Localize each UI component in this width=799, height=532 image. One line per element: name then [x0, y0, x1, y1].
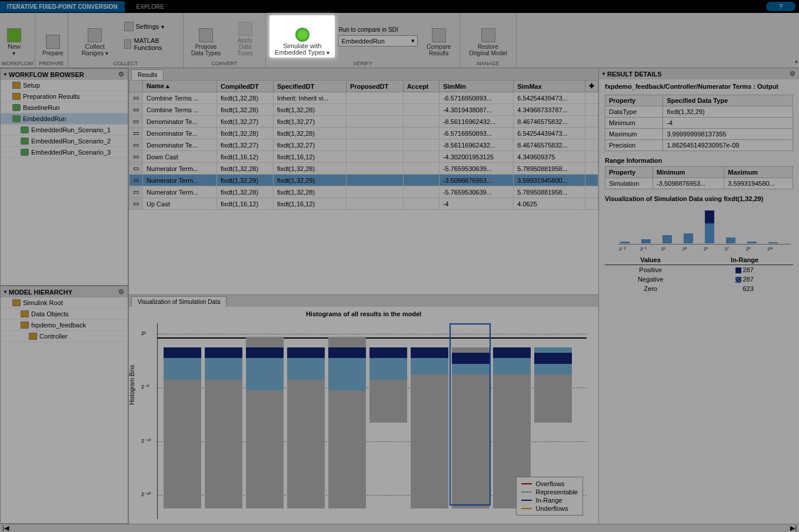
scroll-right-icon[interactable]: ▶|: [790, 524, 797, 532]
propose-data-types-button[interactable]: Propose Data Types: [187, 15, 225, 58]
settings-button[interactable]: Settings ▾: [122, 21, 179, 32]
hierarchy-item[interactable]: fxpdemo_feedback: [1, 320, 128, 331]
restore-icon: [481, 28, 495, 42]
tree-item-icon: [21, 138, 29, 145]
column-header[interactable]: Name ▴: [143, 81, 217, 92]
propose-icon: [199, 28, 213, 42]
tree-item-icon: [21, 126, 29, 133]
ribbon-group-label: WORKFLOW: [0, 60, 35, 68]
table-row[interactable]: ▭Numerator Term...fixdt(1,32,28)fixdt(1,…: [129, 186, 598, 198]
prepare-icon: [46, 35, 60, 49]
fx-icon: [124, 39, 132, 49]
tree-item-icon: [21, 322, 29, 329]
workflow-item[interactable]: EmbeddedRun_Scenario_3: [1, 147, 128, 158]
workflow-item[interactable]: BaselineRun: [1, 102, 128, 113]
app-tabbar: ITERATIVE FIXED-POINT CONVERSION EXPLORE…: [0, 0, 799, 13]
tree-item-icon: [29, 333, 37, 340]
apply-icon: [238, 22, 252, 36]
range-table: PropertyMinimumMaximumSimulation-3.50988…: [605, 166, 793, 189]
range-info-heading: Range Information: [605, 157, 793, 164]
tree-item-icon: [12, 299, 21, 306]
workflow-item[interactable]: EmbeddedRun: [1, 113, 128, 125]
table-row[interactable]: ▭Down Castfixdt(1,16,12)fixdt(1,16,12)-4…: [129, 151, 598, 163]
chart-legend: OverflowsRepresentableIn-RangeUnderflows: [516, 477, 583, 516]
chevron-down-icon[interactable]: ▾: [4, 289, 6, 295]
run-sdi-label: Run to compare in SDI: [338, 26, 418, 33]
column-header[interactable]: CompiledDT: [217, 81, 273, 92]
tree-item-icon: [12, 93, 21, 100]
hierarchy-item[interactable]: Data Objects: [1, 309, 128, 320]
gear-icon[interactable]: ⚙: [790, 70, 795, 78]
result-details-header: ▾ RESULT DETAILS ⚙: [599, 68, 799, 79]
tree-item-icon: [21, 149, 29, 156]
gear-icon[interactable]: ⚙: [118, 288, 124, 296]
workflow-browser-tree: SetupPreparation ResultsBaselineRunEmbed…: [1, 80, 128, 285]
table-row[interactable]: ▭Denominator Te...fixdt(1,32,27)fixdt(1,…: [129, 116, 598, 128]
workflow-item[interactable]: Setup: [1, 80, 128, 91]
gear-icon: [124, 22, 134, 31]
chevron-down-icon[interactable]: ▾: [602, 71, 605, 76]
table-row[interactable]: ▭Denominator Te...fixdt(1,32,28)fixdt(1,…: [129, 128, 598, 139]
table-row[interactable]: ▭Combine Terms ...fixdt(1,32,28)fixdt(1,…: [129, 104, 598, 116]
column-header[interactable]: SpecifiedDT: [273, 81, 346, 92]
help-button[interactable]: ?: [766, 2, 795, 11]
compare-results-button[interactable]: Compare Results: [421, 15, 456, 58]
table-row[interactable]: ▭Numerator Term...fixdt(1,32,28)fixdt(1,…: [129, 163, 598, 175]
results-table: Name ▴CompiledDTSpecifiedDTProposedDTAcc…: [129, 80, 598, 210]
tab-results[interactable]: Results: [131, 69, 164, 80]
run-name-dropdown[interactable]: EmbeddedRun▾: [338, 35, 418, 46]
model-hierarchy-header: ▾ MODEL HIERARCHY ⚙: [1, 286, 128, 297]
values-table: ValuesIn-RangePositive287Negative287Zero…: [605, 255, 793, 293]
status-bar: |◀ ▶|: [0, 524, 799, 532]
gear-icon[interactable]: ⚙: [118, 71, 124, 78]
ribbon-toolbar: New▾ WORKFLOW Prepare PREPARE Collect Ra…: [0, 13, 799, 68]
tree-item-icon: [12, 115, 21, 122]
new-button[interactable]: New▾: [4, 15, 25, 58]
tab-explore[interactable]: EXPLORE: [125, 1, 176, 12]
model-hierarchy-tree: Simulink RootData Objectsfxpdemo_feedbac…: [1, 297, 128, 523]
table-row[interactable]: ▭Up Castfixdt(1,16,12)fixdt(1,16,12)-44.…: [129, 198, 598, 210]
histogram-chart[interactable]: Histogram Bins 2²2⁻⁸2⁻¹⁸2⁻²⁸OverflowsRep…: [157, 323, 587, 519]
viz-title: Histograms of all results in the model: [129, 307, 598, 321]
tree-item-icon: [21, 310, 29, 317]
column-header[interactable]: ProposedDT: [346, 81, 403, 92]
tree-item-icon: [12, 82, 21, 89]
column-header[interactable]: SimMax: [514, 81, 585, 92]
play-icon: [295, 28, 309, 42]
chevron-down-icon: ▾: [411, 37, 415, 45]
tab-iterative[interactable]: ITERATIVE FIXED-POINT CONVERSION: [0, 1, 125, 12]
column-header[interactable]: Accept: [403, 81, 439, 92]
table-row[interactable]: ▭Denominator Te...fixdt(1,32,27)fixdt(1,…: [129, 139, 598, 151]
hierarchy-item[interactable]: Simulink Root: [1, 297, 128, 309]
detail-histogram: 2⁻³2⁻¹2¹2³2⁵2⁷2⁹2¹¹: [605, 205, 793, 252]
collapse-ribbon-icon[interactable]: ▴: [795, 58, 798, 64]
tree-item-icon: [12, 104, 21, 111]
collect-ranges-button[interactable]: Collect Ranges ▾: [72, 15, 118, 58]
workflow-browser-header: ▾ WORKFLOW BROWSER ⚙: [1, 69, 128, 80]
workflow-item[interactable]: EmbeddedRun_Scenario_2: [1, 136, 128, 147]
detail-path: fxpdemo_feedback/Controller/Numerator Te…: [605, 83, 793, 90]
plus-icon: [7, 28, 21, 42]
matlab-functions-button[interactable]: MATLAB Functions: [122, 36, 179, 52]
workflow-item[interactable]: Preparation Results: [1, 91, 128, 102]
prepare-button[interactable]: Prepare: [39, 15, 67, 58]
restore-model-button[interactable]: Restore Original Model: [464, 15, 512, 58]
viz-detail-heading: Visualization of Simulation Data using f…: [605, 195, 793, 202]
apply-data-types-button[interactable]: Apply Data Types: [228, 15, 262, 58]
spec-table: PropertySpecified Data TypeDataTypefixdt…: [605, 95, 793, 151]
scroll-left-icon[interactable]: |◀: [2, 524, 9, 532]
table-row[interactable]: ▭Numerator Term...fixdt(1,32,29)fixdt(1,…: [129, 175, 598, 186]
collect-icon: [88, 28, 102, 42]
simulate-embedded-types-button[interactable]: Simulate with Embedded Types ▾: [269, 15, 335, 58]
table-row[interactable]: ▭Combine Terms ...fixdt(1,32,28)Inherit:…: [129, 92, 598, 104]
hierarchy-item[interactable]: Controller: [1, 331, 128, 342]
tab-visualization[interactable]: Visualization of Simulation Data: [131, 296, 227, 307]
column-header[interactable]: SimMin: [439, 81, 513, 92]
compare-icon: [432, 28, 446, 42]
chevron-down-icon[interactable]: ▾: [4, 72, 6, 77]
workflow-item[interactable]: EmbeddedRun_Scenario_1: [1, 125, 128, 136]
